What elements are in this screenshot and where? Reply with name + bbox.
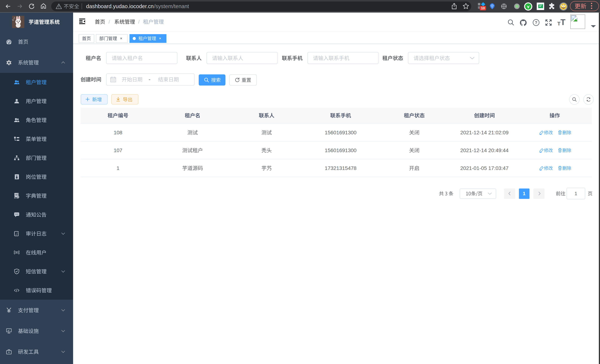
svg-text:10: 10 (481, 6, 485, 10)
svg-text:?: ? (535, 20, 537, 25)
